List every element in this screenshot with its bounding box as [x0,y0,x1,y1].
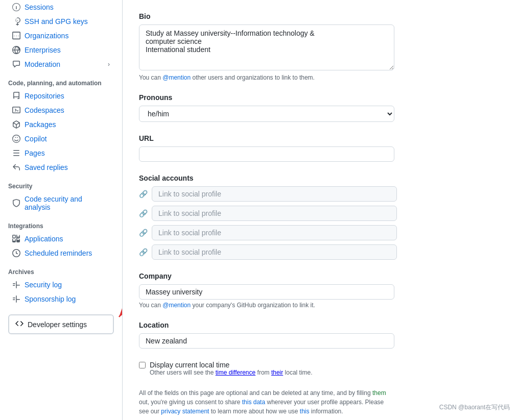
sidebar-item-code-security[interactable]: Code security and analysis [8,192,114,214]
mention-link[interactable]: @mention [162,74,191,81]
pages-icon [12,149,20,157]
sidebar-item-packages-label: Packages [25,120,56,129]
display-time-hint: Other users will see the time difference… [150,369,313,376]
display-time-label: Display current local time [150,361,313,369]
copilot-icon [12,135,20,143]
sidebar-item-codespaces[interactable]: Codespaces [8,103,114,117]
company-section: Company You can @mention your company's … [139,272,502,309]
social-input-row-2: 🔗 [139,206,502,221]
sidebar-item-pages-label: Pages [25,149,45,157]
chevron-right-icon: › [108,61,110,68]
section-label-integrations: Integrations [8,214,114,232]
developer-settings-button[interactable]: Developer settings [8,314,114,334]
location-section: Location [139,321,502,349]
location-label: Location [139,321,502,329]
sidebar-item-ssh-gpg[interactable]: SSH and GPG keys [8,14,114,29]
sidebar-item-enterprises-label: Enterprises [25,46,61,54]
sidebar-item-repositories[interactable]: Repositories [8,89,114,103]
social-input-1[interactable] [152,186,397,202]
sidebar-item-copilot-label: Copilot [25,135,47,143]
url-section: URL [139,134,502,162]
url-label: URL [139,134,502,142]
sidebar-item-orgs-label: Organizations [25,32,68,40]
sidebar-item-enterprises[interactable]: Enterprises [8,43,114,57]
display-time-section: Display current local time Other users w… [139,361,502,376]
company-input[interactable] [139,284,394,300]
display-time-checkbox[interactable] [139,362,146,368]
link-icon-2: 🔗 [139,209,148,217]
display-time-text: Display current local time Other users w… [150,361,313,376]
sidebar-item-sessions-label: Sessions [25,3,54,11]
pronouns-section: Pronouns he/him she/her they/them other [139,93,502,122]
reply-icon [12,163,20,171]
sidebar-section-integrations: Applications Scheduled reminders [8,232,114,260]
section-label-security: Security [8,175,114,192]
log2-icon [12,295,20,303]
social-accounts-section: Social accounts 🔗 🔗 🔗 🔗 [139,174,502,260]
codespace-icon [12,106,20,114]
link-icon-3: 🔗 [139,229,148,237]
sidebar-item-saved-replies[interactable]: Saved replies [8,160,114,175]
sidebar-item-sessions[interactable]: Sessions [8,0,114,14]
sidebar-item-sponsorship-log[interactable]: Sponsorship log [8,292,114,306]
clock-icon [12,249,20,257]
sidebar-section-archives: Security log Sponsorship log [8,278,114,306]
section-label-code: Code, planning, and automation [8,71,114,89]
bio-hint: You can @mention other users and organiz… [139,74,502,81]
sidebar-item-security-log[interactable]: Security log [8,278,114,292]
sidebar-item-code-security-label: Code security and analysis [25,195,110,211]
bio-label: Bio [139,12,502,20]
company-hint: You can @mention your company's GitHub o… [139,302,502,309]
sidebar-item-moderation[interactable]: Moderation › [8,57,114,71]
time-diff-link[interactable]: time difference [216,369,256,376]
sidebar-item-applications[interactable]: Applications [8,232,114,246]
sidebar-item-moderation-label: Moderation [25,60,60,68]
book-icon [12,92,20,100]
key-icon [12,17,20,26]
sidebar-item-packages[interactable]: Packages [8,117,114,132]
table-icon [12,32,20,40]
social-accounts-label: Social accounts [139,174,502,182]
link-icon-1: 🔗 [139,190,148,198]
developer-settings-wrapper: Developer settings [8,314,114,334]
code-icon [15,319,23,329]
sidebar-section-code: Repositories Codespaces Packages Copilot… [8,89,114,175]
section-label-archives: Archives [8,260,114,278]
pronouns-select[interactable]: he/him she/her they/them other [139,106,394,122]
bio-textarea[interactable] [139,24,394,70]
url-input[interactable] [139,146,394,162]
sidebar: Sessions SSH and GPG keys Organizations … [0,0,123,420]
main-content: Bio You can @mention other users and org… [123,0,518,420]
sidebar-item-organizations[interactable]: Organizations [8,29,114,43]
globe-icon [12,46,20,54]
sidebar-item-repos-label: Repositories [25,92,64,100]
social-input-3[interactable] [152,225,397,240]
sidebar-item-scheduled-reminders-label: Scheduled reminders [25,249,92,257]
package-icon [12,120,20,129]
location-input[interactable] [139,333,394,349]
company-label: Company [139,272,502,280]
company-mention-link[interactable]: @mention [162,302,191,309]
social-input-2[interactable] [152,206,397,221]
sidebar-item-codespaces-label: Codespaces [25,106,64,114]
sidebar-top-items: Sessions SSH and GPG keys Organizations … [8,0,114,71]
sidebar-item-saved-replies-label: Saved replies [25,163,68,171]
social-input-4[interactable] [152,244,397,260]
social-input-row-4: 🔗 [139,244,502,260]
sidebar-item-pages[interactable]: Pages [8,146,114,160]
sidebar-section-security: Code security and analysis [8,192,114,214]
sidebar-item-scheduled-reminders[interactable]: Scheduled reminders [8,246,114,260]
link-icon-4: 🔗 [139,248,148,256]
pronouns-label: Pronouns [139,93,502,102]
bio-section: Bio You can @mention other users and org… [139,12,502,81]
sidebar-item-copilot[interactable]: Copilot [8,132,114,146]
watermark: CSDN @baorant在写代码 [439,403,510,412]
comment-icon [12,60,20,68]
log-icon [12,281,20,289]
apps-icon [12,235,20,243]
social-input-row-3: 🔗 [139,225,502,240]
sidebar-item-applications-label: Applications [25,235,63,243]
their-link[interactable]: their [271,369,283,376]
wifi-icon [12,3,20,11]
developer-settings-label: Developer settings [28,320,87,329]
